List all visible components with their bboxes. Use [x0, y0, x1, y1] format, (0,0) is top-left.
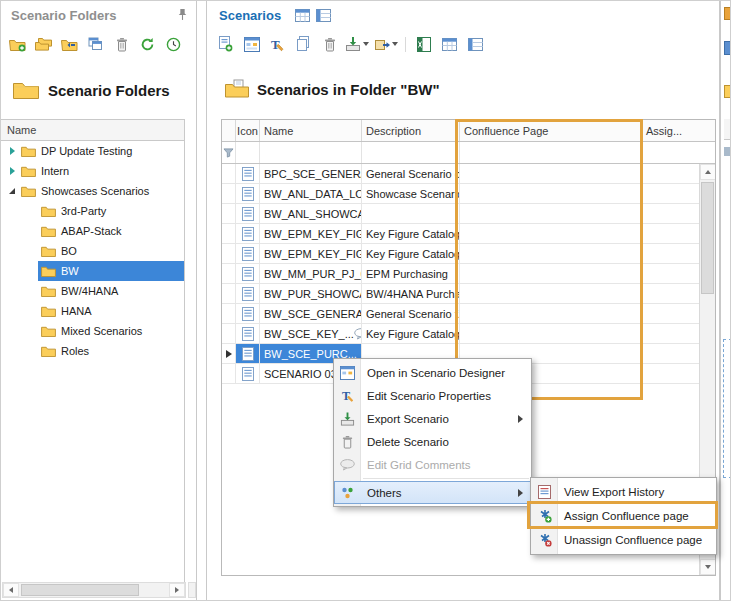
- tree-item-showcases-scenarios[interactable]: Showcases Scenarios: [1, 181, 184, 201]
- cell-confluence-page[interactable]: [460, 304, 642, 323]
- cell-description[interactable]: Showcase Scenario...: [362, 184, 460, 203]
- tree-item-bw4hana[interactable]: BW/4HANA: [1, 281, 184, 301]
- cell-name[interactable]: BW_EPM_KEY_FIG...: [260, 224, 362, 243]
- cell-confluence-page[interactable]: [460, 324, 642, 343]
- cell-name[interactable]: BW_SCE_GENERAL...: [260, 304, 362, 323]
- column-header-icon[interactable]: Icon: [236, 120, 260, 141]
- cell-confluence-page[interactable]: [460, 264, 642, 283]
- cell-confluence-page[interactable]: [460, 284, 642, 303]
- cell-name[interactable]: BW_EPM_KEY_FIG...: [260, 244, 362, 263]
- menu-item-others[interactable]: Others: [334, 481, 531, 504]
- tree-item-dp-update-testing[interactable]: DP Update Testing: [1, 141, 184, 161]
- cell-confluence-page[interactable]: [460, 164, 642, 183]
- cell-name[interactable]: BW_MM_PUR_PJ_01: [260, 264, 362, 283]
- scroll-down-button[interactable]: [700, 559, 716, 575]
- new-scenario-button[interactable]: [215, 34, 236, 55]
- new-folder-button[interactable]: [7, 34, 28, 55]
- cell-confluence-page[interactable]: [460, 184, 642, 203]
- card-view-icon[interactable]: [316, 9, 331, 24]
- column-header-name[interactable]: Name: [260, 120, 362, 141]
- scroll-left-button[interactable]: [3, 583, 19, 597]
- comment-bubble-icon[interactable]: [354, 328, 362, 340]
- scenario-row[interactable]: BW_SCE_KEY_... Key Figure Catalog...: [222, 324, 715, 344]
- export-scenario-button[interactable]: [345, 36, 369, 52]
- filter-cell-confluence[interactable]: [460, 142, 642, 163]
- expand-icon[interactable]: [6, 141, 18, 161]
- filter-cell-name[interactable]: [260, 142, 362, 163]
- scroll-right-button[interactable]: [169, 583, 185, 597]
- filter-cell-icon[interactable]: [236, 142, 260, 163]
- cell-description[interactable]: Key Figure Catalog...: [362, 224, 460, 243]
- delete-folder-button[interactable]: [111, 34, 132, 55]
- scenario-row[interactable]: BW_PUR_SHOWCA... BW/4HANA Purcha...: [222, 284, 715, 304]
- refresh-button[interactable]: [137, 34, 158, 55]
- table-layout-button[interactable]: [439, 34, 460, 55]
- tree-item-bw[interactable]: BW: [1, 261, 184, 281]
- cell-name[interactable]: BW_ANL_DATA_LO...: [260, 184, 362, 203]
- cell-name[interactable]: BPC_SCE_GENERA...: [260, 164, 362, 183]
- tree-item-abap-stack[interactable]: ABAP-Stack: [1, 221, 184, 241]
- column-header-confluence-page[interactable]: Confluence Page: [460, 120, 642, 141]
- tree-item-intern[interactable]: Intern: [1, 161, 184, 181]
- scenario-row[interactable]: BW_EPM_KEY_FIG... Key Figure Catalog...: [222, 224, 715, 244]
- column-header-description[interactable]: Description: [362, 120, 460, 141]
- cell-name[interactable]: BW_PUR_SHOWCA...: [260, 284, 362, 303]
- scenario-row[interactable]: BW_EPM_KEY_FIG... Key Figure Catalog: [222, 244, 715, 264]
- copy-folder-button[interactable]: [33, 34, 54, 55]
- scrollbar-track[interactable]: [19, 583, 169, 597]
- collapse-icon[interactable]: [6, 181, 18, 201]
- scrollbar-thumb[interactable]: [701, 182, 714, 294]
- transport-button[interactable]: [374, 37, 398, 52]
- delete-scenario-button[interactable]: [319, 34, 340, 55]
- scenario-row[interactable]: BPC_SCE_GENERA... General Scenario o...: [222, 164, 715, 184]
- cell-description[interactable]: Key Figure Catalog...: [362, 324, 460, 343]
- menu-item-export-scenario[interactable]: Export Scenario: [334, 407, 531, 430]
- menu-item-open-in-scenario-designer[interactable]: Open in Scenario Designer: [334, 361, 531, 384]
- cell-description[interactable]: Key Figure Catalog: [362, 244, 460, 263]
- pending-changes-button[interactable]: [163, 34, 184, 55]
- cell-description[interactable]: BW/4HANA Purcha...: [362, 284, 460, 303]
- filter-cell-assign[interactable]: [642, 142, 715, 163]
- tree-item-bo[interactable]: BO: [1, 241, 184, 261]
- column-header-assign[interactable]: Assig...: [642, 120, 715, 141]
- folder-properties-button[interactable]: [85, 34, 106, 55]
- tree-item-3rd-party[interactable]: 3rd-Party: [1, 201, 184, 221]
- scrollbar-thumb[interactable]: [21, 584, 139, 596]
- cell-description[interactable]: General Scenario o...: [362, 164, 460, 183]
- cell-name[interactable]: BW_ANL_SHOWCA...: [260, 204, 362, 223]
- tree-name-column-header[interactable]: Name: [1, 120, 184, 141]
- expand-icon[interactable]: [6, 161, 18, 181]
- filter-funnel-icon[interactable]: [223, 148, 234, 158]
- panel-splitter[interactable]: [197, 1, 206, 600]
- menu-item-unassign-confluence-page[interactable]: Unassign Confluence page: [531, 528, 716, 552]
- tree-item-mixed-scenarios[interactable]: Mixed Scenarios: [1, 321, 184, 341]
- cell-confluence-page[interactable]: [460, 224, 642, 243]
- scenario-row[interactable]: BW_ANL_DATA_LO... Showcase Scenario...: [222, 184, 715, 204]
- grid-view-icon[interactable]: [295, 9, 310, 24]
- filter-cell-description[interactable]: [362, 142, 460, 163]
- menu-item-view-export-history[interactable]: View Export History: [531, 480, 716, 504]
- cell-description[interactable]: General Scenario f...: [362, 304, 460, 323]
- export-excel-button[interactable]: [413, 34, 434, 55]
- scenario-row[interactable]: BW_SCE_GENERAL... General Scenario f...: [222, 304, 715, 324]
- tree-item-roles[interactable]: Roles: [1, 341, 184, 361]
- tree-item-hana[interactable]: HANA: [1, 301, 184, 321]
- open-designer-button[interactable]: [241, 34, 262, 55]
- cell-description[interactable]: [362, 204, 460, 223]
- cell-description[interactable]: EPM Purchasing: [362, 264, 460, 283]
- scenario-row[interactable]: BW_ANL_SHOWCA...: [222, 204, 715, 224]
- import-folder-button[interactable]: [59, 34, 80, 55]
- scroll-up-button[interactable]: [700, 164, 716, 180]
- cell-confluence-page[interactable]: [460, 244, 642, 263]
- pin-icon[interactable]: [174, 7, 191, 24]
- tree-horizontal-scrollbar[interactable]: [2, 582, 186, 598]
- menu-item-edit-scenario-properties[interactable]: T Edit Scenario Properties: [334, 384, 531, 407]
- copy-scenario-button[interactable]: [293, 34, 314, 55]
- scenario-row[interactable]: BW_MM_PUR_PJ_01 EPM Purchasing: [222, 264, 715, 284]
- cell-confluence-page[interactable]: [460, 204, 642, 223]
- menu-item-delete-scenario[interactable]: Delete Scenario: [334, 430, 531, 453]
- menu-item-assign-confluence-page[interactable]: Assign Confluence page: [531, 504, 716, 528]
- cell-name[interactable]: BW_SCE_KEY_...: [260, 324, 362, 343]
- column-layout-button[interactable]: [465, 34, 486, 55]
- edit-properties-button[interactable]: T: [267, 34, 288, 55]
